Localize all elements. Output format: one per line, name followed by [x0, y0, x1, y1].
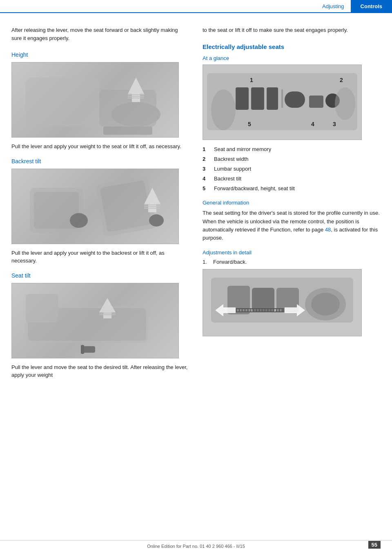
- list-num-1: 1: [203, 146, 209, 153]
- list-item-5: 5 Forward/backward, height, seat tilt: [203, 185, 381, 193]
- header-adjusting: Adjusting: [316, 0, 350, 13]
- list-label-1: Seat and mirror memory: [214, 146, 271, 153]
- list-label-3: Lumbar support: [214, 165, 251, 173]
- list-num-3: 3: [203, 165, 209, 173]
- svg-rect-0: [26, 78, 99, 127]
- adj-num-1: 1.: [203, 259, 210, 265]
- svg-rect-25: [81, 345, 84, 354]
- svg-point-41: [335, 87, 355, 120]
- adjustments-list: 1. Forward/back.: [203, 259, 381, 265]
- height-image: [11, 62, 179, 138]
- svg-text:5: 5: [248, 121, 251, 127]
- list-label-5: Forward/backward, height, seat tilt: [214, 185, 295, 193]
- svg-rect-33: [309, 96, 323, 108]
- svg-rect-32: [285, 91, 305, 108]
- svg-text:4: 4: [311, 121, 314, 127]
- list-num-4: 4: [203, 175, 209, 183]
- svg-point-16: [70, 213, 88, 228]
- adjustment-item-1: 1. Forward/back.: [203, 259, 381, 265]
- list-item-2: 2 Backrest width: [203, 156, 381, 163]
- svg-text:3: 3: [333, 121, 336, 127]
- height-heading: Height: [11, 51, 189, 58]
- list-label-2: Backrest width: [214, 156, 249, 163]
- svg-rect-31: [281, 89, 283, 108]
- right-column: to the seat or lift it off to make sure …: [199, 26, 381, 387]
- left-intro-text: After releasing the lever, move the seat…: [11, 26, 189, 42]
- at-glance-heading: At a glance: [203, 55, 381, 61]
- page-48-link[interactable]: 48: [325, 227, 331, 233]
- svg-rect-11: [100, 180, 151, 232]
- backrest-image: [11, 169, 179, 244]
- right-intro-text: to the seat or lift it off to make sure …: [203, 26, 381, 34]
- svg-rect-2: [103, 127, 152, 135]
- footer: Online Edition for Part no. 01 40 2 960 …: [0, 540, 392, 549]
- svg-text:2: 2: [340, 77, 343, 83]
- adj-label-1: Forward/back.: [213, 259, 247, 265]
- seat-diagram-image: 1 2 3 4 5: [203, 64, 362, 140]
- main-content: After releasing the lever, move the seat…: [0, 13, 392, 395]
- svg-point-40: [211, 89, 236, 130]
- svg-rect-29: [251, 87, 264, 110]
- general-info-text: The seat setting for the driver's seat i…: [203, 209, 381, 242]
- list-item-3: 3 Lumbar support: [203, 165, 381, 173]
- adjustments-heading: Adjustments in detail: [203, 249, 381, 256]
- left-column: After releasing the lever, move the seat…: [11, 26, 199, 387]
- svg-rect-20: [26, 294, 58, 322]
- list-item-4: 4 Backrest tilt: [203, 175, 381, 183]
- forward-back-image: [203, 269, 362, 336]
- header-controls: Controls: [351, 0, 392, 13]
- list-item-1: 1 Seat and mirror memory: [203, 146, 381, 153]
- svg-point-17: [149, 214, 164, 227]
- height-caption: Pull the lever and apply your weight to …: [11, 142, 189, 151]
- seat-tilt-heading: Seat tilt: [11, 272, 189, 279]
- svg-point-48: [311, 293, 340, 316]
- list-num-5: 5: [203, 185, 209, 193]
- numbered-list: 1 Seat and mirror memory 2 Backrest widt…: [203, 146, 381, 192]
- general-info-heading: General information: [203, 200, 381, 206]
- svg-rect-28: [236, 87, 249, 110]
- page-number: 55: [368, 541, 381, 549]
- list-num-2: 2: [203, 156, 209, 163]
- backrest-caption: Pull the lever and apply your weight to …: [11, 249, 189, 265]
- svg-rect-24: [83, 346, 95, 353]
- seat-tilt-caption: Pull the lever and move the seat to the …: [11, 363, 189, 379]
- svg-text:1: 1: [250, 77, 253, 83]
- backrest-heading: Backrest tilt: [11, 158, 189, 165]
- svg-point-3: [111, 102, 160, 127]
- svg-rect-30: [267, 87, 278, 110]
- list-label-4: Backrest tilt: [214, 175, 241, 183]
- footer-text: Online Edition for Part no. 01 40 2 960 …: [147, 544, 245, 549]
- seat-tilt-image: [11, 283, 179, 358]
- header-bar: Adjusting Controls: [0, 0, 392, 13]
- electrically-adjustable-heading: Electrically adjustable seats: [203, 43, 381, 50]
